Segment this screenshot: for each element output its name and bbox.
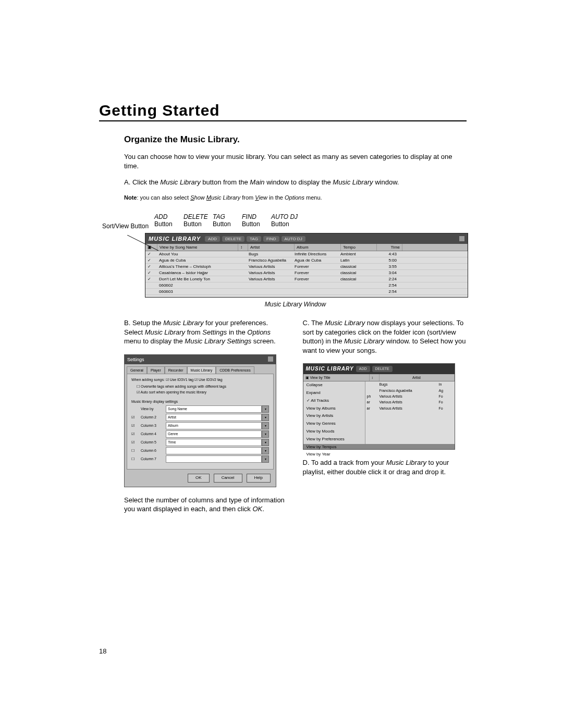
mlw-find-button[interactable]: FIND xyxy=(263,236,279,242)
step-a: A. Click the Music Library button from t… xyxy=(99,178,467,187)
close-icon[interactable] xyxy=(459,236,464,241)
mlw-tag-button[interactable]: TAG xyxy=(247,236,261,242)
checkbox-icon[interactable]: ☑ xyxy=(131,431,141,436)
sort-view-panel: MUSIC LIBRARY ADD DELETE ▣ View by Title… xyxy=(303,363,455,450)
column-select[interactable] xyxy=(166,455,262,463)
column-select[interactable]: Album xyxy=(166,422,262,429)
chevron-down-icon[interactable]: ▾ xyxy=(262,439,269,446)
tab-general[interactable]: General xyxy=(127,366,147,374)
column-select[interactable]: Time xyxy=(166,439,262,446)
callout-add-label: ADD xyxy=(154,213,183,220)
settings-column-row: ☐Column 7▾ xyxy=(131,455,269,463)
mlw-add-button[interactable]: ADD xyxy=(205,236,220,242)
page-heading: Getting Started xyxy=(99,102,467,121)
chevron-down-icon[interactable]: ▾ xyxy=(262,414,269,421)
column-select[interactable]: Genre xyxy=(166,430,262,438)
table-row[interactable]: 0606032:54 xyxy=(145,289,468,295)
list-item[interactable]: phVarious ArtistsFo xyxy=(365,393,455,399)
checkbox-icon[interactable]: ☐ xyxy=(131,456,141,461)
settings-title: Settings xyxy=(127,356,144,363)
list-item[interactable]: arVarious ArtistsFo xyxy=(365,405,455,411)
settings-dialog: Settings General Player Recorder Music L… xyxy=(124,354,276,487)
sort-menu-item[interactable]: Collapse xyxy=(303,381,365,389)
list-item[interactable]: arVarious ArtistsFo xyxy=(365,399,455,405)
col-artist[interactable]: Artist xyxy=(248,244,295,251)
chevron-down-icon[interactable]: ▾ xyxy=(262,422,269,429)
checkbox-icon[interactable]: ☑ xyxy=(131,423,141,428)
sort-delete-button[interactable]: DELETE xyxy=(372,366,393,372)
col-time[interactable]: Time xyxy=(377,244,402,251)
section-heading: Organize the Music Library. xyxy=(99,134,467,145)
chevron-down-icon[interactable]: ▾ xyxy=(262,455,269,463)
checkbox-icon[interactable]: ☐ xyxy=(131,448,141,453)
note-line: Note: you can also select Show Music Lib… xyxy=(99,194,467,201)
table-row[interactable]: 0606022:54 xyxy=(145,282,468,289)
callout-tag-label: TAG xyxy=(213,213,242,220)
sort-panel-title: MUSIC LIBRARY xyxy=(306,365,354,373)
sort-menu-item[interactable]: View by Tempos xyxy=(303,443,365,451)
table-row[interactable]: ✓About YouBugsInfinite DirectionsAmbient… xyxy=(145,251,468,257)
settings-chk-autosort[interactable]: ☑ Auto sort when opening the music libra… xyxy=(137,390,269,394)
settings-column-row: ☑Column 3Album▾ xyxy=(131,422,269,429)
help-button[interactable]: Help xyxy=(247,474,271,483)
step-b-tail: Select the number of columns and type of… xyxy=(124,496,288,514)
callout-line-icon xyxy=(127,235,158,251)
checkbox-icon[interactable]: ☑ xyxy=(131,415,141,419)
settings-column-row: View bySong Name▾ xyxy=(131,405,269,413)
table-row[interactable]: ✓Atticus's Theme – ChristophVarious Arti… xyxy=(145,264,468,270)
col-tempo[interactable]: Tempo xyxy=(341,244,377,251)
sort-menu-item[interactable]: All Tracks xyxy=(303,397,365,405)
mlw-delete-button[interactable]: DELETE xyxy=(222,236,244,242)
chevron-down-icon[interactable]: ▾ xyxy=(262,405,269,413)
cancel-button[interactable]: Cancel xyxy=(214,474,242,483)
sort-menu-item[interactable]: View by Genres xyxy=(303,420,365,428)
callout-sortview-label: Sort/View Button xyxy=(102,213,154,230)
settings-column-row: ☑Column 4Genre▾ xyxy=(131,430,269,438)
list-item[interactable]: Francisco AguabellaAg xyxy=(365,388,455,393)
sort-menu-item[interactable]: Expand xyxy=(303,389,365,397)
column-select[interactable] xyxy=(166,447,262,454)
table-row[interactable]: ✓Don't Let Me Be Lonely TonVarious Artis… xyxy=(145,276,468,282)
sort-menu-item[interactable]: View by Albums xyxy=(303,405,365,413)
sort-menu-item[interactable]: View by Moods xyxy=(303,428,365,436)
sort-col-artist[interactable]: Artist xyxy=(380,374,455,381)
tab-recorder[interactable]: Recorder xyxy=(165,366,187,374)
ok-button[interactable]: OK xyxy=(188,474,210,483)
table-row[interactable]: ✓Casablanca – Isidor HajjarVarious Artis… xyxy=(145,270,468,276)
page-number: 18 xyxy=(99,647,106,655)
mlw-autodj-button[interactable]: AUTO DJ xyxy=(282,236,305,242)
tab-player[interactable]: Player xyxy=(147,366,165,374)
sort-add-button[interactable]: ADD xyxy=(356,366,370,372)
callout-labels: Sort/View Button ADDButton DELETEButton … xyxy=(99,213,467,230)
callout-find-label: FIND xyxy=(242,213,271,220)
settings-column-row: ☑Column 2Artist▾ xyxy=(131,414,269,421)
music-library-window: MUSIC LIBRARY ADD DELETE TAG FIND AUTO D… xyxy=(145,233,468,298)
sort-menu-item[interactable]: View by Year xyxy=(303,451,365,459)
checkbox-icon[interactable]: ☑ xyxy=(131,440,141,445)
chevron-down-icon[interactable]: ▾ xyxy=(262,430,269,438)
callout-autodj-label: AUTO DJ xyxy=(271,213,304,220)
step-d: D. To add a track from your Music Librar… xyxy=(303,458,467,476)
table-row[interactable]: ✓Agua de CubaFrancisco AguabellaAgua de … xyxy=(145,257,468,264)
svg-line-0 xyxy=(127,235,158,251)
close-icon[interactable] xyxy=(268,356,273,362)
mlw-caption: Music Library Window xyxy=(124,301,467,308)
settings-chk-overwrite[interactable]: ☐ Overwrite tags when adding songs with … xyxy=(137,384,269,389)
settings-section-label: Music library display settings xyxy=(131,399,269,404)
sort-menu-item[interactable]: View by Artists xyxy=(303,412,365,420)
column-select[interactable]: Song Name xyxy=(166,405,262,413)
sort-menu-item[interactable]: View by Preferences xyxy=(303,436,365,443)
chevron-down-icon[interactable]: ▾ xyxy=(262,447,269,454)
col-album[interactable]: Album xyxy=(295,244,341,251)
sort-col-view[interactable]: ▣ View by Title xyxy=(303,374,370,381)
intro-paragraph: You can choose how to view your music li… xyxy=(99,152,467,170)
tab-cddb[interactable]: CDDB Preferences xyxy=(216,366,254,374)
col-view[interactable]: View by Song Name xyxy=(157,244,238,251)
list-item[interactable]: BugsIn xyxy=(365,381,455,387)
step-c: C. The Music Library now displays your s… xyxy=(303,318,467,355)
callout-delete-label: DELETE xyxy=(183,213,213,220)
column-select[interactable]: Artist xyxy=(166,414,262,421)
tab-music-library[interactable]: Music Library xyxy=(187,366,216,374)
folder-icon: ▣ xyxy=(305,376,309,379)
step-b: B. Setup the Music Library for your pref… xyxy=(124,318,288,346)
